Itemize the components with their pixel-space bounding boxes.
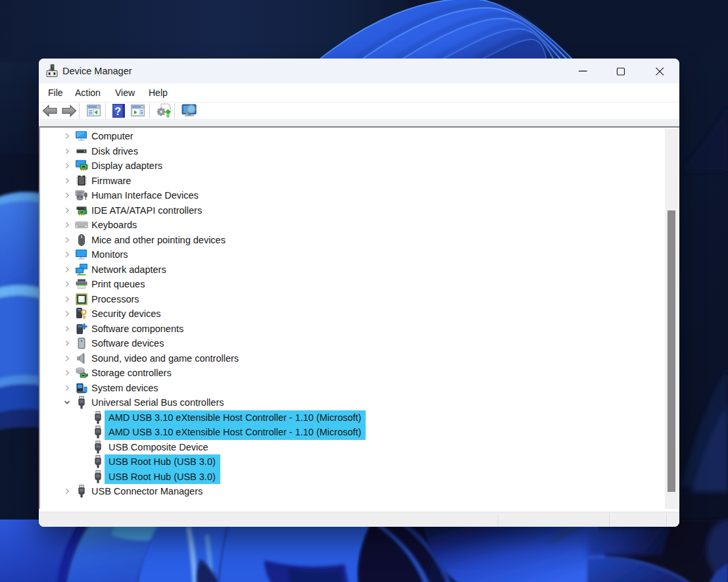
svg-text:?: ? — [114, 106, 121, 117]
